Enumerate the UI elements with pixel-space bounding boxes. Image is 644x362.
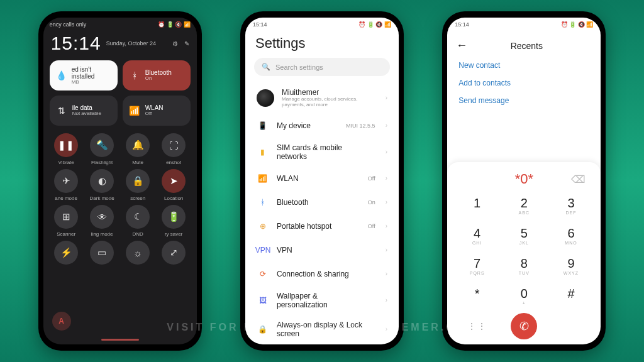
- toggle-icon: ☼: [126, 241, 150, 265]
- account-row[interactable]: Miuithemer Manage accounts, cloud servic…: [248, 82, 396, 114]
- search-placeholder: Search settings: [275, 63, 323, 71]
- auto-brightness-badge[interactable]: A: [52, 312, 71, 331]
- qs-toggle-blank[interactable]: ⤢: [157, 241, 191, 267]
- key-1[interactable]: 1: [453, 194, 501, 217]
- qs-toggle-vibrate[interactable]: ❚❚ Vibrate: [50, 133, 83, 165]
- status-bar: 15:14 ⏰ 🔋 🔇 📶: [447, 18, 601, 31]
- key-0[interactable]: 0+: [501, 284, 548, 308]
- clock-time: 15:14: [51, 33, 101, 54]
- qs-tile-wlan[interactable]: 📶 WLAN Off: [123, 96, 191, 126]
- toggle-icon: 🔦: [90, 133, 114, 157]
- phone-quick-settings: ency calls only ⏰ 🔋 🔇 📶 15:14 Sunday, Oc…: [38, 11, 202, 351]
- chevron-right-icon: ›: [386, 222, 387, 229]
- qs-toggle-scanner[interactable]: ⊞ Scanner: [50, 205, 83, 237]
- toggle-icon: 🔋: [162, 205, 186, 229]
- status-right-icons: ⏰ 🔋 🔇 📶: [158, 21, 191, 28]
- dialer-link-add-to-contacts[interactable]: Add to contacts: [458, 79, 592, 87]
- row-icon: ▮: [257, 146, 269, 158]
- tile-icon: 📶: [129, 106, 140, 116]
- settings-gear-icon[interactable]: ⚙: [172, 40, 178, 47]
- qs-toggle-flashlight[interactable]: 🔦 Flashlight: [86, 133, 119, 165]
- row-icon: 📱: [257, 119, 269, 132]
- settings-row-connection-sharing[interactable]: ⟳ Connection & sharing ›: [248, 262, 396, 286]
- qs-tile-bluetooth[interactable]: ᚼ Bluetooth On: [123, 60, 191, 90]
- row-icon: ᚼ: [257, 196, 269, 209]
- qs-toggle-ane-mode[interactable]: ✈ ane mode: [50, 169, 83, 201]
- key-4[interactable]: 4GHI: [453, 224, 501, 248]
- settings-row-wlan[interactable]: 📶 WLAN Off ›: [248, 167, 396, 190]
- key-3[interactable]: 3DEF: [548, 194, 595, 217]
- backspace-icon[interactable]: ⌫: [571, 173, 586, 185]
- status-bar: 15:14 ⏰ 🔋 🔇 📶: [245, 18, 399, 31]
- toggle-icon: 🔒: [126, 169, 150, 193]
- avatar: [257, 89, 274, 107]
- settings-row-my-device[interactable]: 📱 My device MIUI 12.5.5 ›: [248, 114, 396, 138]
- row-icon: 🔒: [257, 323, 269, 336]
- home-indicator: [43, 339, 197, 341]
- account-sub: Manage accounts, cloud services, payment…: [282, 97, 378, 108]
- tile-icon: 💧: [56, 70, 67, 80]
- qs-toggle-ry-saver[interactable]: 🔋 ry saver: [157, 205, 191, 237]
- chevron-right-icon: ›: [386, 199, 387, 206]
- settings-row-bluetooth[interactable]: ᚼ Bluetooth On ›: [248, 190, 396, 214]
- qs-toggle-location[interactable]: ➤ Location: [157, 169, 191, 201]
- key-9[interactable]: 9WXYZ: [548, 254, 595, 278]
- page-title: Recents: [461, 41, 592, 51]
- row-icon: VPN: [257, 244, 269, 256]
- toggle-icon: ⊞: [54, 205, 78, 229]
- key-*[interactable]: *: [453, 284, 501, 308]
- dialer-link-new-contact[interactable]: New contact: [458, 61, 592, 70]
- qs-toggle-mute[interactable]: 🔔 Mute: [121, 133, 155, 165]
- key-8[interactable]: 8TUV: [501, 254, 548, 278]
- search-icon: 🔍: [262, 63, 270, 71]
- call-button[interactable]: ✆: [511, 313, 537, 339]
- phone-settings: 15:14 ⏰ 🔋 🔇 📶 Settings 🔍 Search settings…: [240, 11, 404, 351]
- toggle-icon: 👁: [90, 205, 114, 229]
- key-6[interactable]: 6MNO: [548, 224, 595, 248]
- tile-icon: ᚼ: [129, 70, 140, 80]
- qs-tile-ed-isn-t-installed[interactable]: 💧 ed isn't installed MB: [50, 60, 118, 90]
- account-name: Miuithemer: [282, 88, 378, 97]
- row-icon: 🖼: [257, 294, 269, 307]
- row-icon: ⊕: [257, 220, 269, 233]
- toggle-icon: ➤: [162, 169, 186, 193]
- search-input[interactable]: 🔍 Search settings: [254, 58, 390, 76]
- tile-icon: ⇅: [56, 106, 67, 116]
- toggle-icon: ❚❚: [54, 133, 78, 157]
- key-7[interactable]: 7PQRS: [453, 254, 501, 278]
- chevron-right-icon: ›: [386, 122, 387, 129]
- qs-toggle-ling-mode[interactable]: 👁 ling mode: [86, 205, 119, 237]
- settings-row-portable-hotspot[interactable]: ⊕ Portable hotspot Off ›: [248, 214, 396, 238]
- qs-toggle-screen[interactable]: 🔒 screen: [121, 169, 155, 201]
- qs-toggle-enshot[interactable]: ⛶ enshot: [157, 133, 191, 165]
- dialed-number: *0*: [515, 171, 533, 187]
- clock-date: Sunday, October 24: [106, 40, 167, 47]
- toggle-icon: ◐: [90, 169, 114, 193]
- toggle-icon: ☾: [126, 205, 150, 229]
- status-bar: ency calls only ⏰ 🔋 🔇 📶: [43, 18, 197, 29]
- settings-row-always-on-display-lock-screen[interactable]: 🔒 Always-on display & Lock screen ›: [248, 315, 396, 344]
- dialer-link-send-message[interactable]: Send message: [458, 96, 592, 105]
- page-title: Settings: [245, 31, 399, 58]
- settings-row-vpn[interactable]: VPN VPN ›: [248, 238, 396, 262]
- key-#[interactable]: #: [548, 284, 595, 308]
- menu-icon[interactable]: ⋮⋮: [453, 321, 501, 331]
- toggle-icon: ✈: [54, 169, 78, 193]
- qs-toggle-dark-mode[interactable]: ◐ Dark mode: [86, 169, 119, 201]
- settings-row-wallpaper-personalization[interactable]: 🖼 Wallpaper & personalization ›: [248, 286, 396, 315]
- settings-row-sim-cards-mobile-networks[interactable]: ▮ SIM cards & mobile networks ›: [248, 138, 396, 167]
- key-2[interactable]: 2ABC: [501, 194, 548, 217]
- chevron-right-icon: ›: [386, 175, 387, 182]
- toggle-icon: ▭: [90, 241, 114, 265]
- chevron-right-icon: ›: [386, 297, 387, 304]
- qs-toggle-dnd[interactable]: ☾ DND: [121, 205, 155, 237]
- phone-dialer: 15:14 ⏰ 🔋 🔇 📶 ← Recents New contactAdd t…: [442, 11, 606, 351]
- qs-toggle-blank[interactable]: ▭: [86, 241, 119, 267]
- qs-toggle-blank[interactable]: ☼: [121, 241, 155, 267]
- qs-toggle-blank[interactable]: ⚡: [50, 241, 83, 267]
- edit-icon[interactable]: ✎: [184, 40, 189, 47]
- qs-tile-ile-data[interactable]: ⇅ ile data Not available: [50, 96, 118, 126]
- chevron-right-icon: ›: [386, 326, 387, 332]
- key-5[interactable]: 5JKL: [501, 224, 548, 248]
- toggle-icon: ⚡: [54, 241, 78, 265]
